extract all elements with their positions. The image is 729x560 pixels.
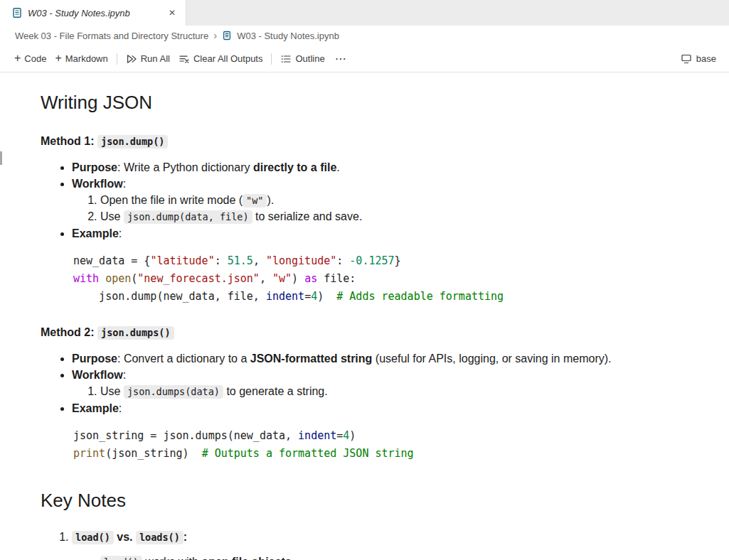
breadcrumb-file[interactable]: W03 - Study Notes.ipynb	[237, 31, 339, 41]
markdown-cell[interactable]: Writing JSON Method 1: json.dump() Purpo…	[0, 72, 729, 560]
text: (useful for APIs, logging, or saving in …	[372, 352, 611, 365]
text: .	[292, 556, 294, 560]
vscode-window: W03 - Study Notes.ipynb ✕ Week 03 - File…	[0, 0, 729, 560]
key-note-sublist: load() works with open file objects. loa…	[72, 554, 708, 560]
run-all-button[interactable]: Run All	[122, 51, 174, 67]
inline-code: json.dump(data, file)	[124, 210, 252, 224]
key-note-item: load() vs. loads(): load() works with op…	[72, 529, 708, 560]
workflow-steps: Use json.dumps(data) to generate a strin…	[72, 384, 708, 399]
text: to generate a string.	[223, 385, 328, 397]
workflow-steps: Open the file in write mode ("w"). Use j…	[72, 193, 708, 225]
bold-text: Example	[72, 227, 119, 239]
text: ).	[267, 194, 274, 206]
kernel-picker[interactable]: base	[678, 51, 719, 67]
text: Use	[100, 385, 124, 397]
plus-icon: +	[55, 53, 61, 64]
toolbar-separator	[117, 53, 117, 65]
inline-code: json.dump()	[97, 135, 168, 149]
text: :	[183, 531, 187, 543]
notebook-icon	[222, 31, 232, 41]
tab-notebook[interactable]: W03 - Study Notes.ipynb ✕	[0, 0, 186, 26]
inline-code: load()	[100, 556, 142, 560]
clear-all-icon	[179, 53, 190, 65]
step-item: Open the file in write mode ("w").	[100, 193, 708, 208]
step-item: Use json.dump(data, file) to serialize a…	[100, 209, 708, 225]
key-notes-list: load() vs. loads(): load() works with op…	[41, 529, 708, 560]
notebook-icon	[11, 7, 23, 18]
add-markdown-cell-button[interactable]: + Markdown	[50, 51, 112, 66]
kernel-icon	[681, 53, 692, 65]
outline-label: Outline	[295, 53, 324, 64]
text: :	[123, 369, 126, 381]
list-item-purpose: Purpose: Write a Python dictionary direc…	[72, 160, 708, 175]
inline-code: json.dumps()	[97, 326, 174, 340]
inline-code: json.dumps(data)	[124, 385, 223, 399]
chevron-right-icon: ›	[213, 30, 217, 41]
list-item-workflow: Workflow: Open the file in write mode ("…	[72, 176, 708, 225]
plus-icon: +	[14, 53, 21, 64]
clear-all-outputs-label: Clear All Outputs	[193, 53, 263, 64]
inline-code: loads()	[136, 531, 183, 544]
bold-text: Purpose	[72, 161, 117, 173]
list-item-example: Example:	[72, 226, 708, 241]
method2-list: Purpose: Convert a dictionary to a JSON-…	[41, 351, 708, 416]
clear-all-outputs-button[interactable]: Clear All Outputs	[174, 51, 267, 67]
text: Use	[100, 210, 124, 222]
method2-label: Method 2:	[41, 326, 97, 338]
kernel-label: base	[696, 53, 716, 64]
inline-code: load()	[72, 531, 114, 544]
outline-button[interactable]: Outline	[276, 51, 329, 67]
list-item-example: Example:	[72, 401, 708, 416]
code-block-json-dumps: json_string = json.dumps(new_data, inden…	[73, 427, 708, 463]
tab-title: W03 - Study Notes.ipynb	[28, 8, 161, 18]
text: :	[119, 227, 122, 239]
text: : Write a Python dictionary	[117, 161, 253, 173]
text: :	[123, 178, 126, 190]
notebook-toolbar: + Code + Markdown Run All C	[0, 45, 729, 72]
text: : Convert a dictionary to a	[117, 352, 250, 365]
bold-text: JSON-formatted string	[250, 352, 373, 365]
text: Open the file in write mode (	[100, 194, 243, 206]
tab-bar: W03 - Study Notes.ipynb ✕	[0, 0, 729, 26]
bold-text: Example	[72, 402, 119, 414]
list-item-workflow: Workflow: Use json.dumps(data) to genera…	[72, 367, 708, 399]
step-item: Use json.dumps(data) to generate a strin…	[100, 384, 708, 399]
heading-writing-json: Writing JSON	[41, 90, 708, 114]
outline-icon	[280, 53, 292, 65]
breadcrumb: Week 03 - File Formats and Directory Str…	[0, 26, 729, 45]
text: vs.	[114, 531, 136, 543]
method2-line: Method 2: json.dumps()	[41, 325, 708, 340]
text: :	[119, 402, 122, 414]
toolbar-separator	[271, 53, 272, 65]
bold-text: open file objects	[201, 556, 291, 560]
code-block-json-dump: new_data = {"latitude": 51.5, "longitude…	[73, 252, 708, 306]
text: to serialize and save.	[252, 210, 363, 222]
bold-text: Purpose	[72, 352, 117, 365]
text: .	[336, 161, 339, 173]
cell-focus-indicator	[0, 151, 2, 165]
breadcrumb-folder[interactable]: Week 03 - File Formats and Directory Str…	[15, 31, 208, 41]
bold-text: Workflow	[72, 369, 123, 381]
text: works with	[142, 556, 202, 560]
bold-text: directly to a file	[253, 161, 336, 173]
add-code-label: Code	[24, 53, 46, 64]
add-markdown-label: Markdown	[65, 53, 108, 64]
heading-key-notes: Key Notes	[41, 488, 708, 512]
method1-line: Method 1: json.dump()	[41, 134, 708, 149]
method1-label: Method 1:	[41, 135, 97, 147]
run-all-label: Run All	[141, 53, 170, 64]
bold-text: Workflow	[72, 178, 123, 190]
bold-text: load() vs. loads():	[72, 531, 187, 543]
inline-code: "w"	[243, 194, 267, 208]
method1-list: Purpose: Write a Python dictionary direc…	[41, 160, 708, 241]
more-actions-button[interactable]: ⋯	[329, 50, 353, 68]
close-icon[interactable]: ✕	[166, 6, 179, 19]
add-code-cell-button[interactable]: + Code	[10, 51, 50, 66]
sub-item: load() works with open file objects.	[100, 554, 708, 560]
list-item-purpose: Purpose: Convert a dictionary to a JSON-…	[72, 351, 708, 366]
run-all-icon	[126, 53, 137, 65]
